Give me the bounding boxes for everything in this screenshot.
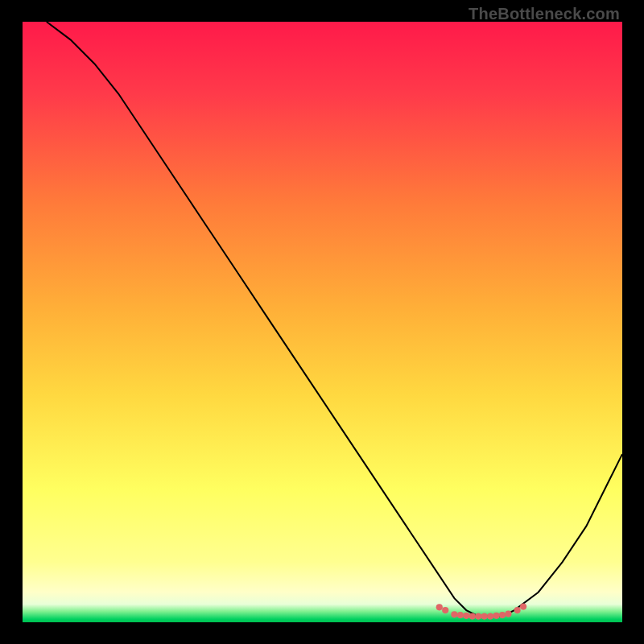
optimal-marker xyxy=(451,611,457,617)
optimal-marker xyxy=(463,613,469,619)
optimal-marker xyxy=(442,607,448,613)
watermark-text: TheBottleneck.com xyxy=(469,5,620,23)
chart-container: TheBottleneck.com xyxy=(0,0,644,644)
optimal-marker xyxy=(514,607,521,613)
bottleneck-curve xyxy=(47,22,622,617)
plot-area xyxy=(23,22,622,622)
curve-layer xyxy=(23,22,622,622)
optimal-marker xyxy=(481,613,488,619)
optimal-marker xyxy=(520,604,526,610)
optimal-marker xyxy=(436,604,443,610)
optimal-marker xyxy=(505,610,511,617)
optimal-marker xyxy=(457,612,464,618)
optimal-marker xyxy=(493,613,499,619)
optimal-marker xyxy=(487,613,493,619)
optimal-marker xyxy=(499,612,506,618)
optimal-marker xyxy=(475,613,481,619)
optimal-marker xyxy=(469,613,476,619)
